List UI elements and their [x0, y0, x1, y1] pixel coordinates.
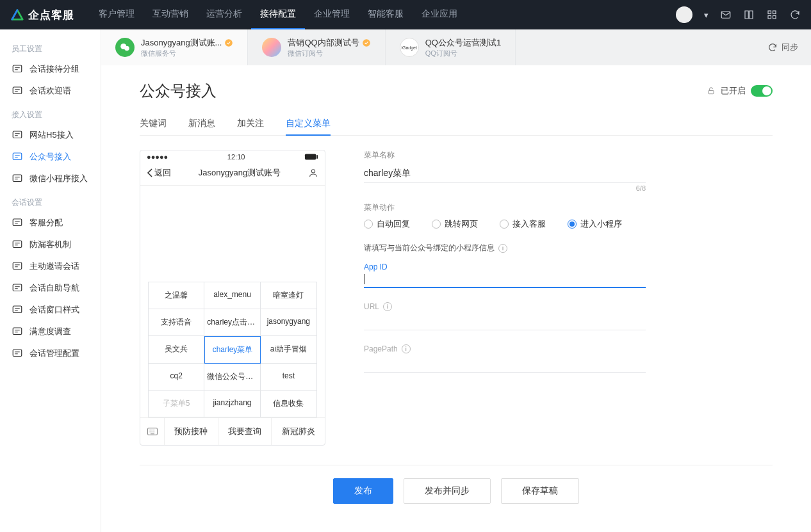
sidebar-item-label: 会话自助导航 [29, 282, 79, 294]
sidebar-item[interactable]: 防漏客机制 [0, 234, 101, 255]
verified-icon [362, 38, 371, 47]
svg-rect-7 [13, 131, 22, 138]
action-radio[interactable]: 接入客服 [500, 218, 546, 230]
url-input[interactable] [364, 314, 646, 330]
svg-rect-22 [305, 154, 316, 159]
main-menu-item[interactable]: 我要查询 [218, 418, 272, 445]
sidebar-item-label: 客服分配 [29, 217, 63, 229]
topnav-item[interactable]: 客户管理 [90, 0, 143, 29]
brand-name: 企点客服 [28, 8, 74, 22]
url-label: URLi [364, 302, 646, 311]
action-radio[interactable]: 自动回复 [364, 218, 410, 230]
topnav-item[interactable]: 互动营销 [143, 0, 197, 29]
submenu-cell[interactable]: 之温馨 [149, 282, 204, 309]
main-menu-item[interactable]: 预防接种 [165, 418, 218, 445]
lock-open-icon [707, 86, 716, 95]
account-tab[interactable]: Jasonygyang测试账...微信服务号 [101, 29, 248, 65]
account-subtitle: 微信服务号 [141, 49, 233, 58]
submenu-cell[interactable]: 吴文兵 [149, 336, 204, 364]
svg-rect-23 [316, 155, 318, 159]
appid-input[interactable] [364, 271, 646, 288]
grid-icon[interactable] [766, 9, 778, 20]
enable-toggle[interactable] [751, 85, 773, 97]
submenu-cell[interactable]: 暗室逢灯 [261, 282, 316, 309]
svg-rect-9 [13, 175, 22, 182]
verified-icon [224, 38, 233, 47]
account-tab[interactable]: 营销QQ内部测试号微信订阅号 [248, 29, 385, 65]
sidebar-item[interactable]: 会话自助导航 [0, 277, 101, 299]
info-icon[interactable]: i [402, 344, 411, 353]
publish-button[interactable]: 发布 [333, 478, 393, 504]
submenu-cell[interactable]: alex_menu [204, 282, 260, 309]
caret-down-icon[interactable]: ▾ [704, 10, 709, 20]
phone-time: 12:10 [227, 153, 245, 161]
enable-toggle-group: 已开启 [707, 85, 773, 97]
svg-rect-10 [13, 219, 22, 226]
menu-name-input[interactable] [364, 165, 646, 183]
save-draft-button[interactable]: 保存草稿 [501, 478, 579, 504]
svg-rect-8 [13, 153, 22, 160]
person-icon[interactable] [308, 168, 318, 178]
greeting-icon [12, 85, 23, 97]
window-icon [12, 304, 23, 316]
sidebar-item[interactable]: 客服分配 [0, 212, 101, 234]
submenu-cell[interactable]: ai助手冒烟 [261, 336, 316, 364]
main-menu-item[interactable]: 新冠肺炎 [272, 418, 325, 445]
submenu-cell[interactable]: cq2 [149, 364, 204, 391]
submenu-cell[interactable]: 信息收集 [261, 391, 316, 417]
topnav-item[interactable]: 运营分析 [197, 0, 251, 29]
svg-rect-6 [13, 87, 22, 94]
submenu-cell[interactable]: charley点击接... [204, 309, 260, 336]
sync-button[interactable]: 同步 [755, 29, 811, 65]
topnav-item[interactable]: 企业管理 [305, 0, 359, 29]
subtab[interactable]: 新消息 [188, 113, 215, 135]
action-radio[interactable]: 跳转网页 [432, 218, 478, 230]
footer-actions: 发布 发布并同步 保存草稿 [140, 465, 773, 523]
sidebar-item[interactable]: 会话接待分组 [0, 58, 101, 80]
subtab[interactable]: 加关注 [237, 113, 264, 135]
enable-label: 已开启 [721, 85, 746, 97]
phone-back-button[interactable]: 返回 [147, 167, 171, 179]
book-icon[interactable] [743, 9, 755, 20]
sidebar-item[interactable]: 会话欢迎语 [0, 80, 101, 102]
publish-sync-button[interactable]: 发布并同步 [404, 478, 491, 504]
pagepath-input[interactable] [364, 356, 646, 373]
sidebar-item-label: 会话管理配置 [29, 348, 79, 359]
topnav-item[interactable]: 接待配置 [251, 0, 305, 29]
svg-rect-14 [13, 306, 22, 313]
submenu-cell[interactable]: jianzjzhang [204, 391, 260, 417]
sidebar-item[interactable]: 网站H5接入 [0, 124, 101, 146]
radio-icon [500, 220, 509, 229]
sidebar-section-label: 接入设置 [0, 102, 101, 124]
subtab[interactable]: 自定义菜单 [286, 113, 331, 136]
topnav-item[interactable]: 智能客服 [359, 0, 413, 29]
submenu-cell[interactable]: test [261, 364, 316, 391]
info-icon[interactable]: i [383, 302, 392, 311]
submenu-cell[interactable]: 微信公众号语音 [204, 364, 260, 391]
h5-icon [12, 129, 23, 141]
user-avatar[interactable] [676, 6, 692, 23]
action-radio[interactable]: 进入小程序 [568, 218, 622, 230]
svg-point-20 [363, 39, 370, 47]
sidebar-item[interactable]: 主动邀请会话 [0, 255, 101, 277]
submenu-cell[interactable]: charley菜单 [204, 336, 260, 364]
submenu-cell[interactable]: jasonygyang [261, 309, 316, 336]
sidebar-item[interactable]: 满意度调查 [0, 321, 101, 343]
submenu-cell[interactable]: 子菜单5 [149, 391, 204, 417]
sidebar-item[interactable]: 公众号接入 [0, 146, 101, 168]
account-tab[interactable]: iGadgetQQ公众号运营测试1QQ订阅号 [386, 29, 516, 65]
account-tabs: Jasonygyang测试账...微信服务号营销QQ内部测试号微信订阅号iGad… [101, 29, 811, 65]
info-icon[interactable]: i [498, 244, 507, 253]
subtab[interactable]: 关键词 [140, 113, 167, 135]
submenu-cell[interactable]: 支持语音 [149, 309, 204, 336]
sidebar-item[interactable]: 会话管理配置 [0, 343, 101, 364]
refresh-icon[interactable] [789, 9, 801, 20]
sidebar-item[interactable]: 会话窗口样式 [0, 299, 101, 321]
sidebar-item[interactable]: 微信小程序接入 [0, 168, 101, 189]
keyboard-icon[interactable] [140, 418, 165, 445]
topnav-item[interactable]: 企业应用 [413, 0, 466, 29]
leak-icon [12, 239, 23, 250]
account-subtitle: QQ订阅号 [425, 49, 501, 58]
sidebar-item-label: 会话欢迎语 [29, 85, 71, 97]
mail-icon[interactable] [720, 9, 732, 20]
